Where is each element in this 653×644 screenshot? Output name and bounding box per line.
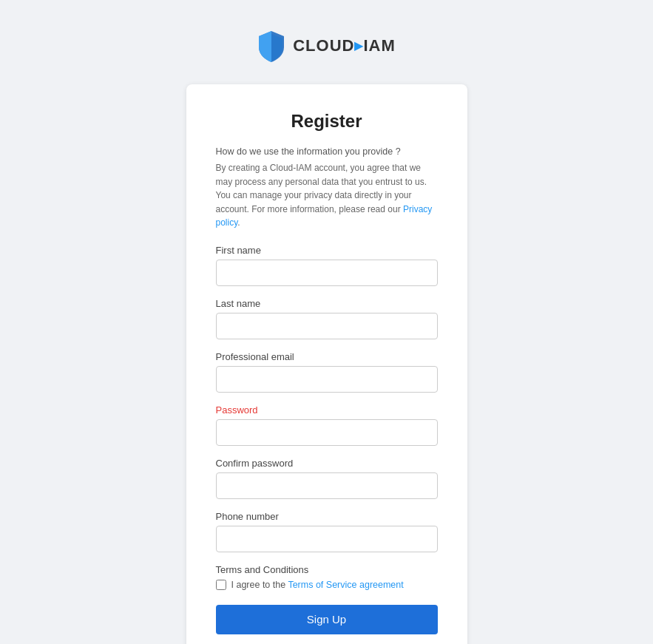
confirm-password-label: Confirm password bbox=[216, 458, 438, 469]
password-input[interactable] bbox=[216, 419, 438, 446]
app-header: CLOUD▸IAM bbox=[257, 30, 396, 62]
terms-checkbox[interactable] bbox=[216, 580, 226, 590]
last-name-input[interactable] bbox=[216, 313, 438, 339]
first-name-group: First name bbox=[216, 245, 438, 286]
confirm-password-group: Confirm password bbox=[216, 458, 438, 499]
email-label: Professional email bbox=[216, 351, 438, 362]
password-group: Password bbox=[216, 404, 438, 446]
email-input[interactable] bbox=[216, 366, 438, 393]
privacy-info: How do we use the information you provid… bbox=[216, 146, 438, 230]
terms-section: Terms and Conditions I agree to the Term… bbox=[216, 564, 438, 590]
privacy-question: How do we use the information you provid… bbox=[216, 146, 438, 157]
last-name-group: Last name bbox=[216, 298, 438, 339]
first-name-label: First name bbox=[216, 245, 438, 256]
cloud-iam-logo-icon bbox=[257, 30, 285, 62]
phone-label: Phone number bbox=[216, 511, 438, 522]
phone-group: Phone number bbox=[216, 511, 438, 552]
terms-row: I agree to the Terms of Service agreemen… bbox=[216, 580, 438, 590]
brand-name: CLOUD▸IAM bbox=[293, 36, 396, 55]
password-label: Password bbox=[216, 404, 438, 416]
last-name-label: Last name bbox=[216, 298, 438, 309]
terms-label: Terms and Conditions bbox=[216, 564, 438, 575]
terms-of-service-link[interactable]: Terms of Service agreement bbox=[288, 580, 403, 590]
signup-button[interactable]: Sign Up bbox=[216, 605, 438, 634]
terms-text: I agree to the Terms of Service agreemen… bbox=[231, 580, 404, 590]
email-group: Professional email bbox=[216, 351, 438, 393]
page-title: Register bbox=[216, 111, 438, 132]
confirm-password-input[interactable] bbox=[216, 472, 438, 499]
register-card: Register How do we use the information y… bbox=[186, 84, 467, 644]
phone-input[interactable] bbox=[216, 526, 438, 552]
privacy-text: By creating a Cloud-IAM account, you agr… bbox=[216, 161, 438, 230]
first-name-input[interactable] bbox=[216, 260, 438, 286]
